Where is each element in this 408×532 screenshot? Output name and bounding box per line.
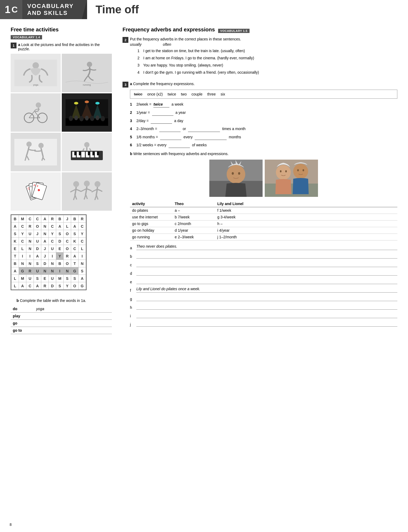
ex3a-text: Complete the frequency expressions. [133,82,195,86]
ex2-item-num: 3 [137,63,142,68]
fill-answer-every [195,140,227,140]
svg-point-23 [26,142,32,147]
ws-cell: S [79,267,86,275]
ws-cell: C [79,223,86,230]
concert-image [62,93,112,132]
exercise-3-label: 3 [123,82,128,88]
ws-cell: R [49,215,56,223]
activity-cell-activity: use the internet [130,214,173,221]
ws-cell: N [26,260,34,267]
ws-cell: N [26,238,34,245]
svg-rect-22 [14,139,57,165]
group-image [62,172,112,211]
ws-cell: U [26,275,34,282]
col-lily: Lily and Lionel [215,201,397,207]
photos-row [130,160,397,197]
activity-cell-lily: f 1/week [215,207,397,214]
ws-cell: S [64,275,71,282]
svg-rect-34 [79,152,81,155]
word-table-row: doyoga [11,305,112,313]
ex2-item: 4 I don't go the gym. I go running with … [137,70,259,75]
activity-row: go runninge 2–3/weekj 1–2/month [130,234,397,240]
ws-cell: A [34,252,41,260]
ws-cell: C [64,238,71,245]
ws-cell: S [11,230,19,238]
exercise-2-content: Put the frequency adverbs in the correct… [130,37,259,77]
ws-cell: A [71,223,79,230]
svg-point-11 [74,102,78,105]
svg-rect-29 [81,152,85,157]
word-table-row: play [11,313,112,320]
svg-text:yoga: yoga [33,84,38,86]
exercise-2: 2 Put the frequency adverbs in the corre… [123,37,397,77]
activity-cell-activity: do pilates [130,207,173,214]
ex1b-marker: b [17,298,19,303]
sentence-line: j [130,321,397,327]
ws-cell: S [71,275,79,282]
header: 1 C VOCABULARY AND SKILLS Time off [0,0,408,19]
ws-cell: C [26,282,34,290]
exercise-1: 1 a Look at the pictures and find the ac… [11,43,112,51]
activity-cell-theo: a – [173,207,215,214]
ex2-item-num: 4 [137,70,142,75]
ws-cell: I [26,252,34,260]
ws-cell: U [34,238,41,245]
ws-cell: Y [56,252,64,260]
ws-cell: R [64,252,71,260]
ws-cell: E [41,275,49,282]
fill-item-num: 5 [130,134,135,140]
exercise-1-content: a Look at the pictures and find the acti… [18,43,112,51]
ws-cell: T [11,252,19,260]
ws-cell: Y [19,230,26,238]
sentence-line: h [130,304,397,310]
fill-item-num: 2 [130,110,135,115]
sentence-line: e [130,278,397,284]
ws-cell: C [34,215,41,223]
exercise-1b: b Complete the table with the words in 1… [11,298,112,303]
svg-point-59 [232,172,234,175]
ws-cell: C [79,238,86,245]
page-number: 8 [10,522,12,527]
svg-point-64 [280,170,281,172]
unit-section-label: VOCABULARY AND SKILLS [22,0,87,19]
ws-cell: D [34,245,41,252]
wb-six: six [221,92,225,96]
ex3b-text: Write sentences with frequency adverbs a… [133,152,229,156]
wb-twice: twice [168,92,176,96]
exercise-3b: b Write sentences with frequency adverbs… [130,152,397,156]
ws-cell: K [11,238,19,245]
ws-cell: S [71,230,79,238]
ws-cell: A [71,252,79,260]
ws-cell: O [64,230,71,238]
activity-cell-activity: go to gigs [130,221,173,227]
fill-answer [169,148,190,148]
word-box: twice once (x2) twice two couple three s… [130,90,397,99]
ws-cell: S [56,282,64,290]
word-category: go to [11,327,34,334]
theo-photo [209,160,263,197]
ex2-item: 2 I am at home on Fridays. I go to the c… [137,55,259,61]
ws-cell: L [11,282,19,290]
unit-number: 1 [5,4,10,15]
ex2-word1: usually [130,42,142,47]
svg-rect-62 [265,184,318,197]
ws-cell: Y [64,282,71,290]
ws-cell: M [56,275,64,282]
ex1b-text: Complete the table with the words in 1a. [20,298,86,303]
ws-cell: U [26,230,34,238]
ws-cell: C [19,223,26,230]
ws-cell: M [19,275,26,282]
sentence-label: i [130,314,136,318]
ws-cell: S [34,275,41,282]
right-section-title: Frequency adverbs and expressions [123,27,215,33]
fill-items: 1 2/week = twice a week2 1/year = a year… [130,101,397,148]
fill-item: 2 1/year = a year [130,110,397,115]
svg-rect-36 [92,152,95,155]
svg-point-18 [85,116,89,120]
vocab-badge-15: VOCABULARY 1.5 [218,29,250,33]
svg-point-60 [238,172,240,175]
ws-cell: G [71,267,79,275]
svg-point-38 [84,142,89,147]
sentence-text [136,295,397,301]
running-image: running [62,54,112,92]
